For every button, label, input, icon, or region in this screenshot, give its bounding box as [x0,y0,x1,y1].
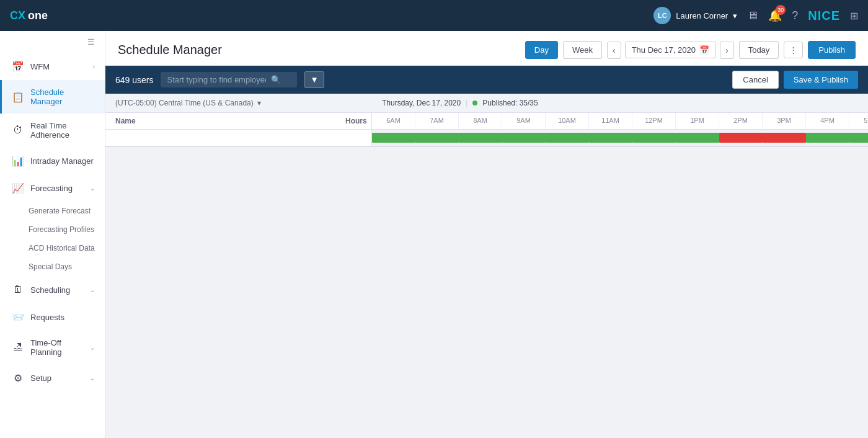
sidebar-label-setup: Setup [30,373,84,383]
current-date: Thu Dec 17, 2020 [632,45,696,55]
nice-logo: NICE [808,9,840,23]
sidebar-item-wfm[interactable]: 📅 WFM › [0,53,105,80]
time-slot-12PM: 12PM [632,113,676,129]
name-column-header: Name [105,113,340,129]
sidebar-item-special-days[interactable]: Special Days [29,257,105,276]
chevron-down-icon4: ⌄ [90,375,95,382]
coverage-cell-0 [372,132,415,144]
sidebar-item-scheduling[interactable]: 🗓 Scheduling ⌄ [0,276,105,303]
search-input[interactable] [167,75,266,84]
coverage-cell-6 [632,132,676,144]
time-header: Name Hours 6AM7AM8AM9AM10AM11AM12PM1PM2P… [105,113,868,130]
hours-column-header: Hours [340,113,371,129]
publish-button[interactable]: Publish [808,41,856,59]
help-icon[interactable]: ? [792,9,798,22]
header-controls: Day Week ‹ Thu Dec 17, 2020 📅 › Today ⋮ … [525,41,856,59]
chevron-down-icon2: ⌄ [90,287,95,293]
time-slot-6AM: 6AM [372,113,415,129]
coverage-cell-4 [546,132,589,144]
calendar-icon: 📅 [699,45,709,55]
notification-icon[interactable]: 🔔 30 [768,9,782,22]
schedule-toolbar: 649 users 🔍 ▼ Cancel Save & Publish [105,66,868,94]
sidebar-item-forecasting[interactable]: 📈 Forecasting ⌄ [0,174,105,202]
timezone-chevron: ▾ [257,99,261,107]
forecasting-submenu: Generate Forecast Forecasting Profiles A… [0,202,105,276]
username: Lauren Corner [676,11,728,20]
avatar: LC [653,7,671,24]
wfm-icon: 📅 [12,60,24,73]
date-published-bar: Thursday, Dec 17, 2020 | Published: 35/3… [372,96,868,110]
coverage-cell-5 [589,132,632,144]
nav-left: CXone [10,9,48,22]
sidebar-label-forecasting: Forecasting [30,184,84,193]
sidebar-item-schedule-manager[interactable]: 📋 Schedule Manager [0,80,105,114]
user-badge[interactable]: LC Lauren Corner ▾ [653,7,737,24]
main-content: Schedule Manager Day Week ‹ Thu Dec 17, … [105,31,868,438]
sidebar-label-scheduling: Scheduling [30,285,84,295]
time-slot-5PM: 5PM [849,113,868,129]
screen-icon[interactable]: 🖥 [747,9,758,22]
requests-icon: 📨 [12,311,24,323]
coverage-cell-9 [763,132,806,144]
logo-one: one [28,9,48,22]
time-slot-2PM: 2PM [719,113,763,129]
save-publish-button[interactable]: Save & Publish [784,71,858,89]
time-slot-3PM: 3PM [763,113,806,129]
prev-date-button[interactable]: ‹ [607,42,621,59]
cancel-button[interactable]: Cancel [732,71,778,89]
published-count: Published: 35/35 [482,99,538,107]
sidebar-item-setup[interactable]: ⚙ Setup ⌄ [0,364,105,391]
sidebar-item-acd-historical[interactable]: ACD Historical Data [29,239,105,257]
coverage-fixed [105,130,372,146]
sidebar-item-requests[interactable]: 📨 Requests [0,303,105,331]
sidebar-toggle[interactable]: ☰ [0,31,105,53]
logo: CXone [10,9,48,22]
timezone-label: (UTC-05:00) Central Time (US & Canada) [115,99,254,107]
sidebar-item-time-off[interactable]: 🏖 Time-Off Planning ⌄ [0,331,105,364]
time-slot-10AM: 10AM [546,113,589,129]
timeoff-icon: 🏖 [12,341,24,354]
forecasting-icon: 📈 [12,182,24,194]
coverage-cell-7 [676,132,719,144]
grid-icon[interactable]: ⊞ [850,10,858,22]
coverage-cell-2 [459,132,502,144]
coverage-cells [372,130,868,146]
date-display: Thu Dec 17, 2020 📅 [625,42,716,58]
date-navigation: ‹ Thu Dec 17, 2020 📅 › [607,42,734,59]
coverage-cell-10 [806,132,849,144]
sidebar-label-wfm: WFM [30,62,87,71]
user-count: 649 users [115,75,153,85]
schedule-container: (UTC-05:00) Central Time (US & Canada) ▾… [105,94,868,400]
coverage-cell-1 [415,132,459,144]
time-slot-8AM: 8AM [459,113,502,129]
sidebar-item-forecasting-profiles[interactable]: Forecasting Profiles [29,220,105,239]
nav-right: LC Lauren Corner ▾ 🖥 🔔 30 ? NICE ⊞ [653,7,858,24]
intraday-icon: 📊 [12,154,24,167]
fixed-header-cols: Name Hours [105,113,372,129]
page-header: Schedule Manager Day Week ‹ Thu Dec 17, … [105,31,868,66]
time-slot-1PM: 1PM [676,113,719,129]
filter-button[interactable]: ▼ [304,71,324,88]
week-button[interactable]: Week [563,41,602,59]
sidebar: ☰ 📅 WFM › 📋 Schedule Manager ⏱ Real Time… [0,31,105,438]
sidebar-label-schedule: Schedule Manager [30,87,95,106]
more-options-button[interactable]: ⋮ [784,42,803,58]
search-box[interactable]: 🔍 [161,72,297,87]
chevron-right-icon: › [93,63,95,70]
today-button[interactable]: Today [739,41,779,59]
sidebar-label-intraday: Intraday Manager [30,156,95,166]
published-dot [472,101,477,105]
sidebar-item-generate-forecast[interactable]: Generate Forecast [29,202,105,220]
time-slot-9AM: 9AM [502,113,546,129]
sidebar-item-real-time[interactable]: ⏱ Real Time Adherence [0,114,105,147]
next-date-button[interactable]: › [720,42,734,59]
toolbar-right: Cancel Save & Publish [732,71,858,89]
day-button[interactable]: Day [525,41,558,59]
sidebar-item-intraday[interactable]: 📊 Intraday Manager [0,147,105,174]
top-nav: CXone LC Lauren Corner ▾ 🖥 🔔 30 ? NICE ⊞ [0,0,868,31]
schedule-date: Thursday, Dec 17, 2020 [382,99,461,107]
time-slot-7AM: 7AM [415,113,459,129]
coverage-cell-8 [719,132,763,144]
chevron-down-icon: ⌄ [90,185,95,192]
logo-cx: CX [10,9,25,22]
